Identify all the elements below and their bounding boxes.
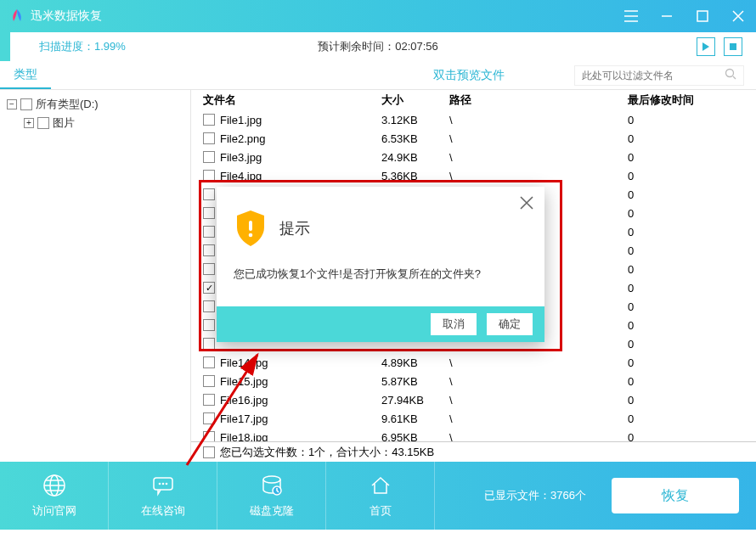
cell-name: File14.jpg [220, 356, 381, 369]
dialog-message: 您已成功恢复1个文件!是否打开恢复所在的文件夹? [234, 266, 528, 282]
table-row[interactable]: File1.jpg3.12KB\0 [191, 110, 756, 129]
filter-row: 类型 双击预览文件 [0, 61, 756, 90]
search-input[interactable] [582, 70, 725, 81]
dialog-close-button[interactable] [519, 195, 534, 214]
svg-rect-1 [730, 43, 736, 50]
cell-path: \ [449, 375, 628, 388]
sidebar: − 所有类型(D:) + 图片 [0, 90, 191, 462]
tree-root-label: 所有类型(D:) [36, 97, 99, 112]
remaining-time: 预计剩余时间：02:07:56 [318, 39, 438, 54]
col-size[interactable]: 大小 [381, 93, 449, 108]
svg-point-2 [726, 70, 734, 77]
dialog-body: 提示 您已成功恢复1个文件!是否打开恢复所在的文件夹? [217, 187, 544, 306]
select-all-checkbox[interactable] [203, 446, 215, 458]
row-checkbox[interactable] [203, 188, 215, 200]
row-checkbox[interactable] [203, 356, 215, 368]
expand-icon[interactable]: + [24, 118, 34, 128]
row-checkbox[interactable] [203, 244, 215, 256]
recover-button[interactable]: 恢复 [612, 478, 739, 513]
cell-date: 0 [628, 188, 756, 201]
stop-button[interactable] [724, 37, 742, 56]
globe-icon [42, 473, 67, 498]
cell-name: File18.jpg [220, 431, 381, 442]
table-row[interactable]: File2.png6.53KB\0 [191, 129, 756, 148]
row-checkbox[interactable] [203, 114, 215, 126]
svg-rect-0 [697, 11, 708, 21]
row-checkbox[interactable] [203, 412, 215, 424]
tab-type[interactable]: 类型 [0, 61, 51, 89]
cell-date: 0 [628, 226, 756, 238]
app-logo: 迅米数据恢复 [8, 8, 102, 25]
menu-button[interactable] [622, 7, 640, 25]
row-checkbox[interactable] [203, 300, 215, 312]
cancel-button[interactable]: 取消 [431, 313, 477, 335]
ok-button[interactable]: 确定 [487, 313, 533, 335]
table-row[interactable]: File15.jpg5.87KB\0 [191, 372, 756, 390]
tool-clone[interactable]: 磁盘克隆 [217, 462, 326, 530]
dialog-title: 提示 [279, 218, 310, 238]
cell-path: \ [449, 356, 628, 369]
table-row[interactable]: File16.jpg27.94KB\0 [191, 390, 756, 409]
cell-name: File4.jpg [220, 170, 381, 182]
svg-point-8 [165, 483, 167, 485]
chat-icon [150, 473, 176, 498]
cell-date: 0 [628, 431, 756, 442]
col-path[interactable]: 路径 [449, 93, 628, 108]
col-name[interactable]: 文件名 [203, 93, 381, 108]
row-checkbox[interactable] [203, 151, 215, 163]
row-checkbox[interactable] [203, 170, 215, 182]
row-checkbox[interactable]: ✓ [203, 282, 215, 294]
play-button[interactable] [697, 37, 715, 56]
summary-text: 您已勾选文件数：1个，合计大小：43.15KB [220, 445, 434, 460]
row-checkbox[interactable] [203, 319, 215, 331]
row-checkbox[interactable] [203, 375, 215, 387]
table-row[interactable]: File18.jpg6.95KB\0 [191, 428, 756, 441]
row-checkbox[interactable] [203, 226, 215, 238]
tool-home[interactable]: 首页 [326, 462, 435, 530]
tree-child[interactable]: + 图片 [24, 114, 183, 132]
cell-size: 9.61KB [381, 412, 449, 425]
tree-checkbox[interactable] [37, 117, 49, 129]
col-date[interactable]: 最后修改时间 [628, 93, 756, 108]
row-checkbox[interactable] [203, 207, 215, 219]
maximize-button[interactable] [693, 7, 712, 25]
cell-date: 0 [628, 263, 756, 276]
scan-progress: 扫描进度：1.99% [39, 39, 126, 54]
disk-icon [259, 473, 285, 498]
cell-path: \ [449, 412, 628, 425]
tool-website[interactable]: 访问官网 [0, 462, 109, 530]
cell-date: 0 [628, 356, 756, 369]
row-checkbox[interactable] [203, 132, 215, 144]
svg-point-6 [158, 483, 161, 485]
cell-date: 0 [628, 207, 756, 220]
row-checkbox[interactable] [203, 394, 215, 406]
row-checkbox[interactable] [203, 431, 215, 441]
tool-chat[interactable]: 在线咨询 [109, 462, 217, 530]
cell-name: File16.jpg [220, 394, 381, 407]
row-checkbox[interactable] [203, 263, 215, 275]
row-checkbox[interactable] [203, 338, 215, 350]
summary-row: 您已勾选文件数：1个，合计大小：43.15KB [191, 441, 756, 462]
cell-size: 24.9KB [381, 151, 449, 164]
tree-root[interactable]: − 所有类型(D:) [7, 95, 183, 114]
file-count-info: 已显示文件：3766个 [484, 488, 586, 503]
tree-checkbox[interactable] [20, 98, 32, 110]
app-title: 迅米数据恢复 [31, 8, 102, 24]
cell-size: 6.53KB [381, 132, 449, 145]
table-row[interactable]: File14.jpg4.89KB\0 [191, 353, 756, 372]
table-row[interactable]: File3.jpg24.9KB\0 [191, 148, 756, 166]
dialog-footer: 取消 确定 [217, 306, 544, 342]
dialog: 提示 您已成功恢复1个文件!是否打开恢复所在的文件夹? 取消 确定 [217, 187, 544, 342]
minimize-button[interactable] [657, 7, 676, 25]
close-button[interactable] [729, 7, 748, 25]
table-row[interactable]: File17.jpg9.61KB\0 [191, 409, 756, 428]
search-box[interactable] [574, 65, 744, 86]
tool-label: 在线咨询 [141, 503, 185, 519]
expand-icon[interactable]: − [7, 99, 17, 109]
window-controls [622, 7, 748, 25]
logo-icon [8, 8, 25, 25]
table-row[interactable]: File4.jpg5.36KB\0 [191, 166, 756, 185]
search-icon[interactable] [725, 68, 736, 82]
svg-rect-11 [249, 221, 252, 231]
progress-bar: 扫描进度：1.99% 预计剩余时间：02:07:56 [0, 32, 756, 61]
